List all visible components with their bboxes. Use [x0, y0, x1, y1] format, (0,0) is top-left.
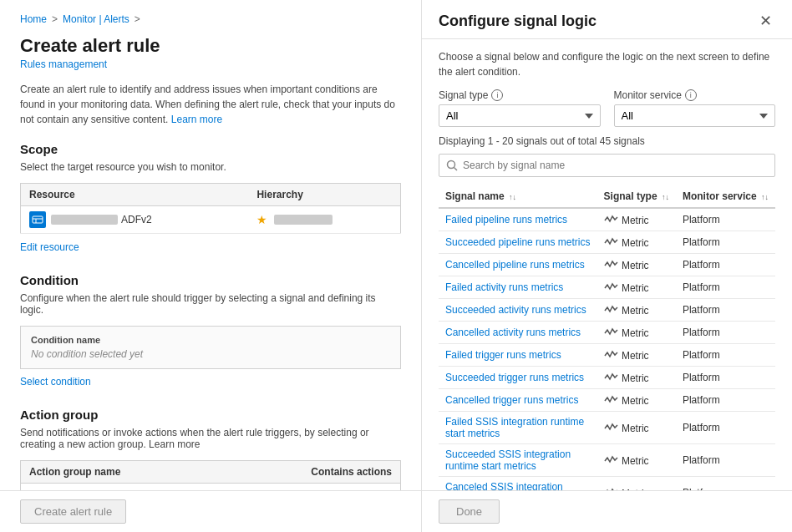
monitor-service-cell: Platform	[676, 412, 775, 444]
signal-name-link[interactable]: Failed SSIS integration runtime start me…	[445, 416, 584, 439]
signal-name-link[interactable]: Succeeded SSIS integration runtime start…	[445, 448, 571, 472]
signal-name-link[interactable]: Succeeded trigger runs metrics	[445, 372, 584, 383]
monitor-service-cell: Platform	[676, 231, 775, 254]
done-button[interactable]: Done	[439, 499, 500, 524]
signal-type-text: Metric	[619, 327, 649, 339]
action-contains-col-header: Contains actions	[221, 461, 401, 484]
breadcrumb-home[interactable]: Home	[20, 13, 47, 25]
signal-search-input[interactable]	[439, 154, 775, 177]
bottom-bar: Create alert rule	[0, 490, 421, 532]
signal-name-link[interactable]: Failed activity runs metrics	[445, 281, 563, 293]
monitor-service-cell: Platform	[676, 344, 775, 367]
monitor-service-sort[interactable]: ↑↓	[761, 193, 769, 201]
page-description: Create an alert rule to identify and add…	[20, 82, 401, 127]
signal-name-link[interactable]: Failed trigger runs metrics	[445, 349, 561, 361]
monitor-service-cell: Platform	[676, 208, 775, 231]
metric-icon	[604, 236, 619, 249]
hierarchy-blur	[274, 215, 333, 225]
metric-icon	[604, 371, 619, 384]
metric-icon	[604, 453, 619, 467]
monitor-service-cell: Platform	[676, 322, 775, 344]
signal-table-row: Failed SSIS integration runtime start me…	[439, 412, 775, 444]
monitor-service-cell: Platform	[676, 276, 775, 299]
metric-icon	[604, 393, 619, 407]
signal-table-row: Failed pipeline runs metrics MetricPlatf…	[439, 208, 775, 231]
scope-title: Scope	[20, 142, 401, 156]
metric-icon	[604, 326, 619, 339]
signal-table-row: Canceled SSIS integration runtime start …	[439, 477, 775, 491]
signal-type-sort[interactable]: ↑↓	[662, 193, 669, 201]
monitor-service-cell: Platform	[676, 389, 775, 412]
create-alert-button[interactable]: Create alert rule	[20, 499, 126, 524]
action-group-desc: Send notifications or invoke actions whe…	[20, 427, 401, 450]
action-group-learn-more[interactable]: Learn more	[149, 438, 200, 450]
signal-type-text: Metric	[619, 372, 649, 384]
resource-icon	[29, 211, 46, 228]
condition-section: Condition Configure when the alert rule …	[20, 273, 401, 388]
signal-type-text: Metric	[619, 260, 649, 271]
monitor-service-cell: Platform	[676, 367, 775, 389]
signal-name-link[interactable]: Cancelled pipeline runs metrics	[445, 259, 585, 271]
signal-table-row: Failed trigger runs metrics MetricPlatfo…	[439, 344, 775, 367]
signal-type-cell: Metric	[597, 254, 676, 276]
scope-section: Scope Select the target resource you wis…	[20, 142, 401, 253]
signal-type-text: Metric	[619, 423, 649, 434]
signal-table-row: Cancelled trigger runs metrics MetricPla…	[439, 389, 775, 412]
monitor-service-label: Monitor service i	[614, 89, 776, 101]
signal-name-link[interactable]: Succeeded activity runs metrics	[445, 304, 586, 316]
breadcrumb-sep2: >	[135, 13, 140, 25]
resource-name-cell: ADFv2	[29, 211, 240, 228]
signal-type-info-icon: i	[491, 89, 503, 101]
monitor-service-filter: Monitor service i All Platform Log Analy…	[614, 89, 776, 127]
page-title: Create alert rule	[20, 35, 401, 57]
close-button[interactable]: ✕	[756, 12, 775, 30]
breadcrumb-monitor[interactable]: Monitor | Alerts	[63, 13, 129, 25]
signal-table-row: Succeeded trigger runs metrics MetricPla…	[439, 367, 775, 389]
signal-type-select[interactable]: All Metric Log Activity Log	[439, 104, 601, 127]
signal-type-cell: Metric	[597, 444, 676, 477]
signal-type-text: Metric	[619, 395, 649, 407]
signal-name-link[interactable]: Cancelled trigger runs metrics	[445, 394, 578, 406]
select-condition-link[interactable]: Select condition	[20, 376, 401, 388]
filter-row: Signal type i All Metric Log Activity Lo…	[439, 89, 775, 127]
signal-type-cell: Metric	[597, 344, 676, 367]
resource-name: ADFv2	[121, 214, 152, 225]
breadcrumb: Home > Monitor | Alerts >	[20, 13, 401, 25]
edit-resource-link[interactable]: Edit resource	[20, 241, 79, 253]
signal-name-sort[interactable]: ↑↓	[509, 193, 516, 201]
signal-type-cell: Metric	[597, 276, 676, 299]
signal-type-text: Metric	[619, 215, 649, 226]
resource-table: Resource Hierarchy	[20, 183, 401, 234]
action-name-col-header: Action group name	[21, 461, 221, 484]
monitor-service-info-icon: i	[685, 89, 697, 101]
signal-name-link[interactable]: Canceled SSIS integration runtime start …	[445, 481, 563, 490]
signal-type-cell: Metric	[597, 477, 676, 491]
resource-name-blur	[51, 215, 118, 225]
panel-intro: Choose a signal below and configure the …	[439, 49, 775, 79]
signal-name-link[interactable]: Failed pipeline runs metrics	[445, 214, 567, 225]
signal-table-body: Failed pipeline runs metrics MetricPlatf…	[439, 208, 775, 490]
signal-type-cell: Metric	[597, 322, 676, 344]
signal-name-link[interactable]: Cancelled activity runs metrics	[445, 327, 581, 338]
signal-type-cell: Metric	[597, 208, 676, 231]
monitor-service-select[interactable]: All Platform Log Analytics Activity Log …	[614, 104, 776, 127]
signal-type-cell: Metric	[597, 231, 676, 254]
metric-icon	[604, 213, 619, 226]
signal-panel: Configure signal logic ✕ Choose a signal…	[422, 0, 792, 532]
signal-table-header-row: Signal name ↑↓ Signal type ↑↓ Monitor se…	[439, 185, 775, 208]
action-group-title: Action group	[20, 408, 401, 422]
signal-table-row: Cancelled activity runs metrics MetricPl…	[439, 322, 775, 344]
scope-desc: Select the target resource you wish to m…	[20, 161, 401, 173]
signal-name-link[interactable]: Succeeded pipeline runs metrics	[445, 236, 590, 248]
description-learn-more[interactable]: Learn more	[171, 114, 222, 125]
signal-table-row: Cancelled pipeline runs metrics MetricPl…	[439, 254, 775, 276]
svg-rect-0	[33, 216, 43, 223]
resource-row: ADFv2 ★	[21, 206, 401, 234]
signal-type-label: Signal type i	[439, 89, 601, 101]
condition-no-value: No condition selected yet	[31, 348, 390, 360]
signal-table-row: Succeeded SSIS integration runtime start…	[439, 444, 775, 477]
rules-management-link[interactable]: Rules management	[20, 58, 401, 70]
signal-table-row: Succeeded activity runs metrics MetricPl…	[439, 299, 775, 322]
signal-type-cell: Metric	[597, 367, 676, 389]
condition-box: Condition name No condition selected yet	[20, 326, 401, 369]
